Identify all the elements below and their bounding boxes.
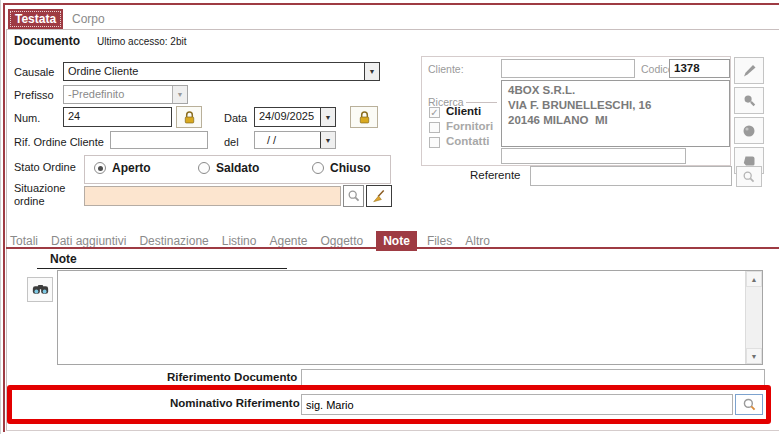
- search-client-button[interactable]: [734, 87, 764, 114]
- tab-agente[interactable]: Agente: [269, 234, 307, 248]
- radio-chiuso-label[interactable]: Chiuso: [330, 161, 371, 175]
- panel-border-left: [6, 29, 7, 431]
- data-lock-button[interactable]: [350, 106, 378, 128]
- lock-icon: [357, 110, 372, 125]
- checkbox-clienti-label[interactable]: Clienti: [446, 105, 481, 117]
- radio-aperto-label[interactable]: Aperto: [112, 161, 151, 175]
- tab-files[interactable]: Files: [427, 234, 452, 248]
- ricerca-legend-line: [466, 102, 497, 103]
- write-letter-button[interactable]: [734, 57, 764, 84]
- chevron-down-icon[interactable]: ▼: [364, 63, 379, 80]
- riferimento-documento-input[interactable]: [301, 369, 765, 387]
- tab-testata[interactable]: Testata: [8, 9, 63, 29]
- globe-icon: [741, 123, 757, 139]
- checkbox-fornitori[interactable]: [429, 122, 440, 133]
- codice-input[interactable]: 1378: [669, 59, 730, 78]
- nominativo-search-button[interactable]: [735, 394, 763, 415]
- data-input[interactable]: 24/09/2025 ▼: [254, 107, 336, 127]
- del-label: del: [224, 136, 239, 148]
- num-input[interactable]: 24: [63, 107, 172, 127]
- rif-ordine-input[interactable]: [110, 131, 208, 149]
- pen-icon: [741, 63, 757, 79]
- riferimento-documento-label: Riferimento Documento: [167, 371, 297, 383]
- address-line: VIA F. BRUNELLESCHI, 16: [508, 98, 723, 113]
- window-frame-left-accent: [3, 3, 5, 432]
- note-textarea[interactable]: ▲ ▼: [57, 270, 763, 365]
- nominativo-riferimento-input[interactable]: [301, 394, 733, 415]
- magnifier-icon: [742, 170, 756, 184]
- prefisso-value: -Predefinito: [68, 88, 124, 100]
- globe-button[interactable]: [734, 117, 764, 144]
- causale-select[interactable]: Ordine Cliente ▼: [63, 62, 380, 81]
- situazione-input[interactable]: [84, 186, 341, 206]
- scroll-down-icon[interactable]: ▼: [746, 348, 762, 364]
- situazione-label-line1: Situazione: [14, 182, 65, 194]
- radio-saldato[interactable]: [198, 162, 210, 174]
- referente-label: Referente: [470, 169, 521, 181]
- tab-totali[interactable]: Totali: [10, 234, 38, 248]
- note-search-button[interactable]: [27, 277, 53, 302]
- address-line: 20146 MILANO MI: [508, 113, 723, 128]
- del-input[interactable]: / / ▼: [254, 131, 336, 149]
- lock-icon: [182, 110, 197, 125]
- radio-dot: [98, 166, 103, 171]
- cliente-label: Cliente:: [428, 63, 464, 75]
- tab-destinazione[interactable]: Destinazione: [139, 234, 208, 248]
- radio-chiuso[interactable]: [312, 162, 324, 174]
- chevron-down-icon[interactable]: ▼: [320, 108, 335, 126]
- chevron-down-icon[interactable]: ▼: [172, 86, 187, 103]
- num-label: Num.: [14, 112, 40, 124]
- tab-oggetto[interactable]: Oggetto: [321, 234, 364, 248]
- radio-saldato-label[interactable]: Saldato: [216, 161, 259, 175]
- situazione-search-button[interactable]: [343, 185, 364, 207]
- checkbox-fornitori-label[interactable]: Fornitori: [446, 120, 493, 132]
- page-title: Documento: [14, 34, 80, 48]
- stato-ordine-label: Stato Ordine: [14, 161, 76, 173]
- scroll-up-icon[interactable]: ▲: [746, 271, 762, 287]
- checkbox-contatti-label[interactable]: Contatti: [446, 135, 489, 147]
- checkbox-contatti[interactable]: [429, 137, 440, 148]
- causale-value: Ordine Cliente: [68, 65, 138, 77]
- causale-label: Causale: [14, 66, 54, 78]
- broom-icon: [372, 189, 387, 204]
- window-frame-left: [0, 0, 1, 434]
- cliente-input[interactable]: [501, 59, 635, 78]
- binoculars-icon: [32, 281, 49, 298]
- referente-input[interactable]: [530, 166, 732, 186]
- prefisso-select[interactable]: -Predefinito ▼: [63, 85, 188, 104]
- prefisso-label: Prefisso: [14, 89, 54, 101]
- radio-aperto[interactable]: [94, 162, 106, 174]
- nominativo-riferimento-label: Nominativo Riferimento: [170, 397, 300, 409]
- data-value: 24/09/2025: [259, 110, 314, 122]
- window-frame-top-accent: [3, 3, 779, 5]
- last-access-text: Ultimo accesso: 2bit: [97, 36, 186, 47]
- note-section-title: Note: [37, 252, 287, 269]
- situazione-clear-button[interactable]: [366, 185, 392, 207]
- address-line: 4BOX S.R.L.: [508, 83, 723, 98]
- magnifier-icon: [742, 397, 757, 412]
- panel-border-bottom: [6, 430, 779, 431]
- order-window: Testata Corpo Documento Ultimo accesso: …: [0, 0, 779, 434]
- del-value: / /: [267, 134, 276, 146]
- referente-search-button[interactable]: [736, 166, 762, 187]
- tab-altro[interactable]: Altro: [465, 234, 490, 248]
- chevron-down-icon[interactable]: ▼: [320, 132, 335, 148]
- tab-dati-aggiuntivi[interactable]: Dati aggiuntivi: [51, 234, 126, 248]
- magnifier-icon: [742, 93, 757, 108]
- note-scrollbar[interactable]: ▲ ▼: [745, 271, 762, 364]
- situazione-label-line2: ordine: [14, 195, 45, 207]
- detail-tab-underline: [6, 247, 779, 249]
- magnifier-icon: [347, 189, 361, 203]
- tab-listino[interactable]: Listino: [222, 234, 257, 248]
- tab-corpo[interactable]: Corpo: [72, 12, 105, 26]
- checkbox-clienti[interactable]: ✓: [429, 107, 440, 118]
- rif-ordine-label: Rif. Ordine Cliente: [14, 136, 104, 148]
- data-label: Data: [224, 112, 247, 124]
- cliente-address-box: 4BOX S.R.L. VIA F. BRUNELLESCHI, 16 2014…: [501, 80, 730, 147]
- cliente-extra-input[interactable]: [501, 148, 686, 164]
- panel-border-top: [6, 29, 779, 30]
- num-lock-button[interactable]: [176, 106, 202, 128]
